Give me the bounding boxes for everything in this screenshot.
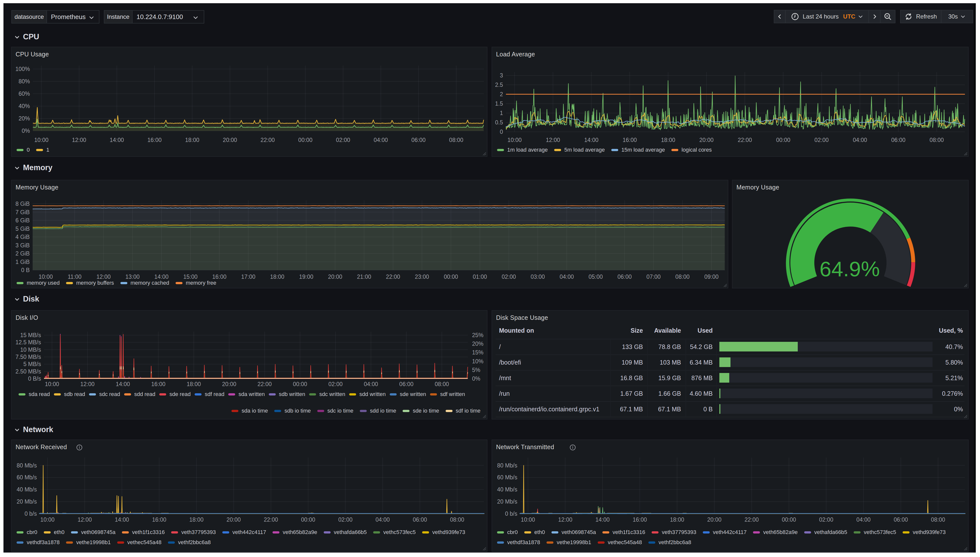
- svg-text:22:00: 22:00: [744, 516, 759, 523]
- svg-text:16:00: 16:00: [147, 137, 162, 143]
- svg-text:7.50 MB/s: 7.50 MB/s: [15, 354, 41, 360]
- svg-text:10:00: 10:00: [507, 137, 522, 143]
- svg-text:00:00: 00:00: [298, 137, 312, 143]
- svg-text:04:00: 04:00: [374, 137, 388, 143]
- svg-text:16:00: 16:00: [212, 274, 226, 280]
- svg-text:0: 0: [500, 129, 503, 135]
- svg-text:22:00: 22:00: [257, 381, 272, 387]
- svg-text:18:00: 18:00: [189, 516, 204, 523]
- svg-text:23:00: 23:00: [415, 274, 429, 280]
- svg-text:14:00: 14:00: [110, 137, 124, 143]
- svg-text:40%: 40%: [19, 103, 30, 109]
- svg-text:08:00: 08:00: [930, 137, 944, 143]
- svg-text:03:00: 03:00: [531, 274, 545, 280]
- svg-text:0%: 0%: [472, 375, 480, 382]
- svg-text:20:00: 20:00: [222, 381, 236, 387]
- svg-text:40 Mb/s: 40 Mb/s: [497, 486, 517, 493]
- svg-text:18:00: 18:00: [661, 137, 675, 143]
- svg-text:12:00: 12:00: [80, 381, 95, 387]
- svg-text:08:00: 08:00: [450, 516, 465, 523]
- svg-text:06:00: 06:00: [891, 137, 905, 143]
- svg-text:3: 3: [500, 72, 503, 79]
- svg-text:10%: 10%: [472, 358, 483, 365]
- svg-text:20 Mb/s: 20 Mb/s: [16, 498, 37, 505]
- svg-text:20:00: 20:00: [699, 137, 713, 143]
- svg-text:19:00: 19:00: [299, 274, 313, 280]
- svg-text:00:00: 00:00: [776, 137, 790, 143]
- svg-text:10:00: 10:00: [45, 381, 59, 387]
- svg-text:16:00: 16:00: [151, 381, 166, 387]
- svg-text:4 GiB: 4 GiB: [15, 234, 30, 240]
- svg-text:11:00: 11:00: [68, 274, 81, 280]
- svg-text:20:00: 20:00: [328, 274, 342, 280]
- svg-text:0 B/s: 0 B/s: [28, 375, 41, 382]
- svg-text:0%: 0%: [22, 128, 30, 134]
- svg-text:04:00: 04:00: [375, 516, 390, 523]
- svg-text:22:00: 22:00: [738, 137, 752, 143]
- svg-text:12:00: 12:00: [96, 274, 111, 280]
- svg-text:60%: 60%: [19, 91, 30, 97]
- svg-text:02:00: 02:00: [814, 137, 829, 143]
- svg-text:25%: 25%: [472, 332, 483, 338]
- svg-text:0 b/s: 0 b/s: [505, 510, 517, 517]
- svg-text:2: 2: [500, 91, 503, 98]
- svg-text:18:00: 18:00: [670, 516, 684, 523]
- svg-text:15%: 15%: [472, 349, 483, 356]
- svg-text:04:00: 04:00: [560, 274, 574, 280]
- svg-text:80 Mb/s: 80 Mb/s: [497, 462, 517, 469]
- svg-text:04:00: 04:00: [853, 137, 867, 143]
- svg-text:02:00: 02:00: [328, 381, 343, 387]
- svg-text:20:00: 20:00: [707, 516, 722, 523]
- svg-text:10:00: 10:00: [34, 137, 49, 143]
- svg-text:1.5: 1.5: [495, 100, 503, 107]
- svg-text:02:00: 02:00: [819, 516, 833, 523]
- svg-text:00:00: 00:00: [293, 381, 307, 387]
- svg-text:12:00: 12:00: [72, 137, 86, 143]
- svg-text:20%: 20%: [472, 340, 483, 347]
- svg-text:16:00: 16:00: [622, 137, 637, 143]
- svg-text:02:00: 02:00: [502, 274, 516, 280]
- svg-text:60 Mb/s: 60 Mb/s: [497, 474, 517, 480]
- svg-text:20 Mb/s: 20 Mb/s: [497, 498, 517, 505]
- svg-text:12.5 MB/s: 12.5 MB/s: [15, 339, 41, 345]
- svg-text:22:00: 22:00: [264, 516, 278, 523]
- svg-text:0.5: 0.5: [495, 119, 503, 125]
- svg-text:10:00: 10:00: [40, 516, 55, 523]
- svg-text:20:00: 20:00: [226, 516, 241, 523]
- svg-text:06:00: 06:00: [894, 516, 908, 523]
- svg-text:14:00: 14:00: [584, 137, 599, 143]
- svg-text:18:00: 18:00: [185, 137, 200, 143]
- svg-text:14:00: 14:00: [154, 274, 169, 280]
- svg-text:7 GiB: 7 GiB: [15, 209, 30, 215]
- svg-text:0 b/s: 0 b/s: [24, 510, 37, 517]
- svg-text:00:00: 00:00: [301, 516, 315, 523]
- svg-text:1 GiB: 1 GiB: [15, 259, 30, 265]
- svg-text:5%: 5%: [472, 367, 480, 373]
- svg-text:18:00: 18:00: [270, 274, 284, 280]
- svg-text:22:00: 22:00: [261, 137, 275, 143]
- svg-text:10 MB/s: 10 MB/s: [20, 347, 41, 353]
- svg-text:6 GiB: 6 GiB: [15, 217, 30, 223]
- svg-text:16:00: 16:00: [632, 516, 647, 523]
- svg-text:20%: 20%: [19, 115, 30, 122]
- svg-text:10:00: 10:00: [39, 274, 53, 280]
- svg-text:12:00: 12:00: [78, 516, 92, 523]
- svg-text:06:00: 06:00: [413, 516, 427, 523]
- svg-text:13:00: 13:00: [125, 274, 140, 280]
- svg-text:17:00: 17:00: [241, 274, 255, 280]
- svg-text:02:00: 02:00: [336, 137, 350, 143]
- svg-text:00:00: 00:00: [444, 274, 458, 280]
- svg-text:8 GiB: 8 GiB: [15, 200, 30, 207]
- svg-text:06:00: 06:00: [411, 137, 426, 143]
- svg-text:12:00: 12:00: [546, 137, 560, 143]
- svg-text:0 B: 0 B: [21, 267, 30, 273]
- svg-text:08:00: 08:00: [931, 516, 945, 523]
- svg-text:16:00: 16:00: [152, 516, 166, 523]
- svg-text:08:00: 08:00: [435, 381, 449, 387]
- svg-text:02:00: 02:00: [338, 516, 353, 523]
- svg-text:20:00: 20:00: [223, 137, 237, 143]
- svg-text:14:00: 14:00: [115, 516, 129, 523]
- svg-text:40 Mb/s: 40 Mb/s: [16, 486, 37, 493]
- svg-text:08:00: 08:00: [675, 274, 690, 280]
- svg-text:5 MB/s: 5 MB/s: [23, 361, 41, 367]
